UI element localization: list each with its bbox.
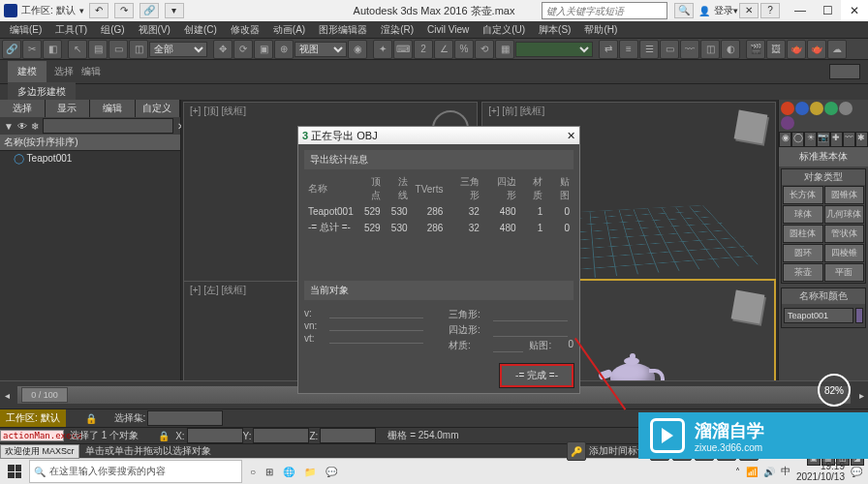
se-tab-display[interactable]: 显示 [46,100,91,117]
menu-render[interactable]: 渲染(R) [375,23,419,37]
search-icon[interactable]: 🔍 [674,3,694,18]
tool-bind[interactable]: ◧ [43,40,62,59]
task-taskview-icon[interactable]: ⊞ [265,467,273,477]
window-maximize[interactable]: ☐ [814,0,841,21]
task-chat-icon[interactable]: 💬 [326,467,337,477]
se-tab-edit[interactable]: 编辑 [90,100,136,117]
qat-button[interactable]: 🔗 [140,3,159,18]
tool-manipulate[interactable]: ✦ [373,40,392,59]
tool-render[interactable]: 🫖 [787,40,806,59]
tool-move[interactable]: ✥ [213,40,232,59]
done-button[interactable]: -= 完成 =- [500,364,574,387]
timeline-next-icon[interactable]: ▸ [854,390,868,401]
cp-cat-helpers[interactable]: ✚ [830,132,843,147]
ribbon-subtab-modeling[interactable]: 建模 [8,61,46,82]
tray-time[interactable]: 19:19 [796,461,845,471]
tray-date[interactable]: 2021/10/13 [796,471,845,482]
primitive-tube[interactable]: 管状体 [824,225,865,243]
mode-create-icon[interactable] [781,102,794,115]
tool-render-setup[interactable]: 🎬 [746,40,765,59]
mode-modify-icon[interactable] [795,102,809,115]
tool-keymode[interactable]: ⌨ [393,40,413,59]
lock-icon[interactable]: 🔒 [85,413,97,424]
tray-ime-icon[interactable]: 中 [781,465,790,478]
time-slider[interactable]: 0 / 100 [21,387,68,403]
timeline-prev-icon[interactable]: ◂ [0,390,14,401]
tool-scale[interactable]: ▣ [254,40,273,59]
tool-region[interactable]: ▭ [108,40,128,59]
eye-icon[interactable]: 👁 [17,121,27,132]
mode-motion-icon[interactable] [824,102,838,115]
coord-y-input[interactable] [253,428,309,443]
se-sort-header[interactable]: 名称(按升序排序) [0,135,180,151]
tool-window[interactable]: ◫ [129,40,148,59]
tool-render-iter[interactable]: 🫖 [807,40,826,59]
menu-modifiers[interactable]: 修改器 [225,23,265,37]
filter-icon[interactable]: ▼ [4,121,14,132]
se-tab-select[interactable]: 选择 [0,100,46,117]
cp-cat-space[interactable]: 〰 [843,132,855,147]
primitive-cylinder[interactable]: 圆柱体 [783,225,823,243]
help-search-input[interactable] [542,2,667,19]
tool-select[interactable]: ↖ [68,40,87,59]
mode-utilities-icon[interactable] [781,116,794,130]
primitive-teapot[interactable]: 茶壶 [783,263,823,282]
menu-help[interactable]: 帮助(H) [578,23,623,37]
object-name-field[interactable] [784,308,853,323]
maxscript-listener[interactable]: actionMan.execu [0,430,64,441]
maxscript-welcome[interactable]: 欢迎使用 MAXScr [0,444,79,459]
mode-hierarchy-icon[interactable] [810,102,823,115]
primitive-torus[interactable]: 圆环 [783,244,823,262]
tray-notifications-icon[interactable]: 💬 [851,467,862,477]
tool-named-sel[interactable]: ▦ [495,40,514,59]
workspace-badge[interactable]: 工作区: 默认 [0,409,66,427]
named-selection-set[interactable] [515,42,593,57]
menu-group[interactable]: 组(G) [95,23,130,37]
tool-mirror[interactable]: ⇄ [599,40,618,59]
autokey-button[interactable]: 🔑 [567,441,586,461]
tool-pivot[interactable]: ◉ [348,40,367,59]
tool-material[interactable]: ◐ [721,40,740,59]
undo-button[interactable]: ↶ [89,3,108,18]
exchange-icon[interactable]: ✕ [739,3,759,18]
tool-layers[interactable]: ☰ [639,40,659,59]
tool-render-online[interactable]: ☁ [827,40,847,59]
menu-civil[interactable]: Civil View [421,24,475,35]
cp-cat-cameras[interactable]: 📷 [817,132,829,147]
selection-set-input[interactable] [147,410,223,426]
se-search-input[interactable] [43,118,173,134]
ribbon-subtab-select[interactable]: 选择 [54,65,74,78]
tool-select-link[interactable]: 🔗 [2,40,21,59]
tool-snap-percent[interactable]: % [454,40,474,59]
task-edge-icon[interactable]: 🌐 [283,467,294,477]
primitive-plane[interactable]: 平面 [824,263,865,282]
ribbon-subtab-edit[interactable]: 编辑 [81,65,101,78]
viewcube-icon[interactable] [734,110,768,144]
window-close[interactable]: ✕ [841,0,868,21]
cp-cat-systems[interactable]: ✱ [855,132,868,147]
tool-align[interactable]: ≡ [619,40,638,59]
window-minimize[interactable]: — [787,0,814,21]
tool-schematic[interactable]: ◫ [700,40,720,59]
start-button[interactable] [0,459,29,484]
se-tab-custom[interactable]: 自定义 [136,100,181,117]
redo-button[interactable]: ↷ [114,3,134,18]
menu-views[interactable]: 视图(V) [133,23,176,37]
ribbon-tab-polymodeling[interactable]: 多边形建模 [8,82,76,101]
task-cortana-icon[interactable]: ○ [250,467,256,477]
tool-snap-angle[interactable]: ∠ [434,40,453,59]
menu-animation[interactable]: 动画(A) [267,23,311,37]
cp-cat-geometry[interactable]: ◉ [779,132,791,147]
object-color-swatch[interactable] [855,308,863,323]
menu-tools[interactable]: 工具(T) [49,23,93,37]
menu-scripting[interactable]: 脚本(S) [533,23,576,37]
freeze-icon[interactable]: ❄ [31,121,39,132]
task-explorer-icon[interactable]: 📁 [304,467,316,477]
tray-sound-icon[interactable]: 🔊 [763,467,775,477]
tool-spin[interactable]: ⟲ [475,40,494,59]
tool-ribbon[interactable]: ▭ [660,40,679,59]
cp-cat-shapes[interactable]: ◯ [791,132,804,147]
tool-rendered-frame[interactable]: 🖼 [766,40,786,59]
primitive-pyramid[interactable]: 四棱锥 [824,244,865,262]
signin-button[interactable]: 登录 [714,4,733,17]
